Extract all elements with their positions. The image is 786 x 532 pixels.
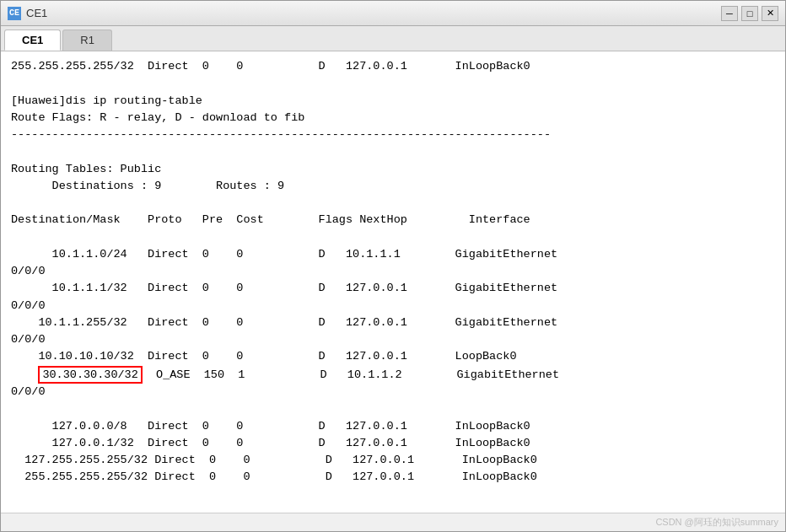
- line-command: [Huawei]dis ip routing-table: [11, 94, 202, 107]
- row-303030: 30.30.30.30/32 O_ASE 150 1 D 10.1.1.2 Gi…: [11, 368, 559, 381]
- window-icon: CE: [8, 7, 21, 20]
- window-title: CE1: [26, 7, 47, 19]
- window-controls: ─ □ ✕: [721, 6, 778, 21]
- main-window: CE CE1 ─ □ ✕ CE1 R1 255.255.255.255/32 D…: [0, 0, 786, 532]
- row-101132: 10.1.1.1/32 Direct 0 0 D 127.0.0.1 Gigab…: [11, 282, 557, 294]
- line-flags: Route Flags: R - relay, D - download to …: [11, 111, 304, 124]
- line-destinations: Destinations : 9 Routes : 9: [11, 180, 284, 192]
- watermark-text: CSDN @阿珏的知识summary: [655, 516, 778, 529]
- line-first: 255.255.255.255/32 Direct 0 0 D 127.0.0.…: [11, 60, 530, 73]
- title-bar-left: CE CE1: [8, 7, 47, 20]
- terminal-text: 255.255.255.255/32 Direct 0 0 D 127.0.0.…: [11, 58, 775, 486]
- row-127255: 127.255.255.255/32 Direct 0 0 D 127.0.0.…: [11, 454, 537, 466]
- row-1011024-cont: 0/0/0: [11, 265, 46, 277]
- terminal-content[interactable]: 255.255.255.255/32 Direct 0 0 D 127.0.0.…: [1, 51, 785, 513]
- row-1011255-cont: 0/0/0: [11, 333, 46, 346]
- row-255255: 255.255.255.255/32 Direct 0 0 D 127.0.0.…: [11, 470, 537, 483]
- highlighted-destination: 30.30.30.30/32: [38, 366, 142, 384]
- row-1011255: 10.1.1.255/32 Direct 0 0 D 127.0.0.1 Gig…: [11, 316, 557, 329]
- tab-r1[interactable]: R1: [62, 30, 112, 51]
- row-303030-rest: O_ASE 150 1 D 10.1.1.2 GigabitEthernet: [143, 368, 559, 381]
- line-header: Destination/Mask Proto Pre Cost Flags Ne…: [11, 213, 530, 226]
- close-button[interactable]: ✕: [762, 6, 778, 21]
- status-bar: CSDN @阿珏的知识summary: [1, 513, 785, 531]
- row-127008: 127.0.0.0/8 Direct 0 0 D 127.0.0.1 InLoo…: [11, 420, 530, 433]
- row-1011024: 10.1.1.0/24 Direct 0 0 D 10.1.1.1 Gigabi…: [11, 248, 557, 261]
- row-101010: 10.10.10.10/32 Direct 0 0 D 127.0.0.1 Lo…: [11, 350, 517, 363]
- minimize-button[interactable]: ─: [721, 6, 738, 21]
- line-separator: ----------------------------------------…: [11, 128, 551, 141]
- title-bar: CE CE1 ─ □ ✕: [1, 1, 785, 26]
- tab-ce1[interactable]: CE1: [4, 30, 61, 51]
- row-101132-cont: 0/0/0: [11, 299, 46, 312]
- line-routing-tables: Routing Tables: Public: [11, 163, 161, 175]
- row-127001: 127.0.0.1/32 Direct 0 0 D 127.0.0.1 InLo…: [11, 437, 530, 449]
- tab-bar: CE1 R1: [1, 26, 785, 51]
- maximize-button[interactable]: □: [741, 6, 758, 21]
- row-303030-cont: 0/0/0: [11, 385, 46, 398]
- window-icon-text: CE: [9, 8, 19, 18]
